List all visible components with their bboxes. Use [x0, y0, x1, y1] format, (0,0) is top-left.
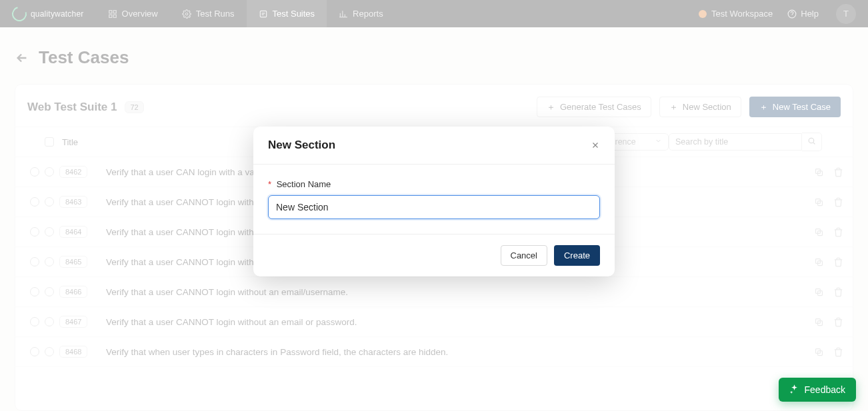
section-name-label-text: Section Name — [277, 179, 331, 189]
feedback-button[interactable]: Feedback — [779, 378, 856, 402]
feedback-label: Feedback — [805, 384, 845, 395]
modal-title: New Section — [268, 139, 335, 152]
create-label: Create — [564, 250, 590, 260]
sparkle-icon — [789, 384, 799, 396]
cancel-button[interactable]: Cancel — [501, 245, 547, 266]
close-icon[interactable] — [591, 141, 600, 150]
new-section-modal: New Section * Section Name Cancel Create — [253, 127, 615, 276]
modal-head: New Section — [253, 127, 615, 164]
modal-overlay[interactable]: New Section * Section Name Cancel Create — [0, 0, 868, 411]
modal-foot: Cancel Create — [253, 234, 615, 276]
section-name-label: * Section Name — [268, 179, 600, 189]
create-button[interactable]: Create — [554, 245, 600, 266]
modal-body: * Section Name — [253, 165, 615, 234]
section-name-input[interactable] — [268, 195, 600, 219]
required-asterisk: * — [268, 179, 271, 189]
cancel-label: Cancel — [511, 250, 537, 260]
